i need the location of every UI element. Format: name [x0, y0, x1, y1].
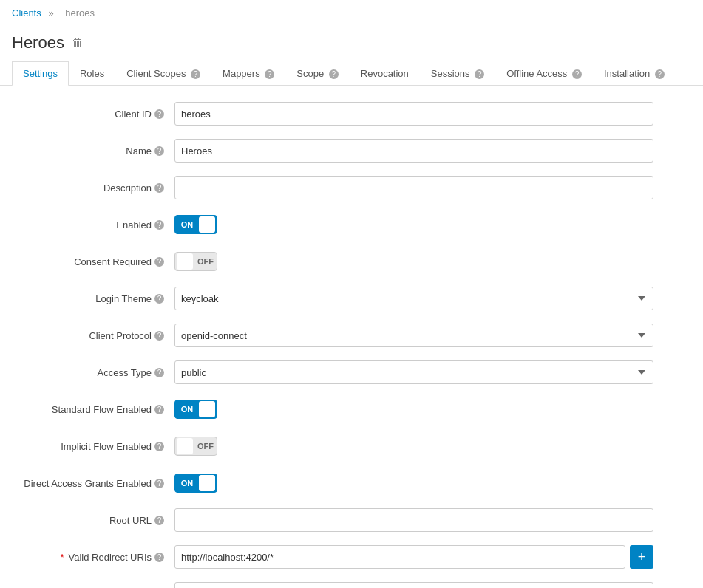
direct-access-knob [199, 475, 215, 491]
direct-access-help-icon[interactable]: ? [154, 479, 164, 488]
implicit-flow-row: Implicit Flow Enabled ? OFF [12, 434, 653, 459]
valid-redirect-help-icon[interactable]: ? [154, 553, 164, 562]
enabled-label: Enabled [116, 219, 152, 230]
client-protocol-select[interactable]: openid-connect saml [174, 324, 653, 347]
direct-access-row: Direct Access Grants Enabled ? ON [12, 471, 653, 496]
root-url-row: Root URL ? [12, 507, 653, 533]
direct-access-toggle[interactable]: ON [174, 474, 217, 493]
consent-required-row: Consent Required ? OFF [12, 249, 653, 274]
standard-flow-row: Standard Flow Enabled ? ON [12, 397, 653, 422]
tab-client-scopes[interactable]: Client Scopes ? [115, 61, 211, 86]
direct-access-label: Direct Access Grants Enabled [24, 478, 152, 489]
page-header: Heroes 🗑 [0, 26, 703, 52]
standard-flow-label: Standard Flow Enabled [52, 404, 152, 415]
base-url-input[interactable] [174, 582, 653, 588]
description-label: Description [103, 182, 152, 194]
valid-redirect-input[interactable] [174, 545, 625, 569]
login-theme-label: Login Theme [95, 293, 152, 304]
tab-settings[interactable]: Settings [12, 61, 69, 86]
tabs-container: Settings Roles Client Scopes ? Mappers ?… [0, 61, 703, 86]
root-url-input[interactable] [174, 508, 653, 532]
implicit-flow-help-icon[interactable]: ? [154, 442, 164, 451]
enabled-toggle-on-label: ON [175, 220, 199, 229]
scope-help-icon: ? [329, 69, 339, 79]
description-row: Description ? [12, 175, 653, 200]
login-theme-row: Login Theme ? keycloak base rh-sso [12, 286, 653, 311]
name-help-icon[interactable]: ? [154, 146, 164, 156]
client-id-help-icon[interactable]: ? [154, 109, 164, 119]
client-protocol-row: Client Protocol ? openid-connect saml [12, 323, 653, 348]
enabled-toggle-knob [199, 216, 215, 233]
breadcrumb-parent-link[interactable]: Clients [12, 7, 41, 18]
installation-help-icon: ? [655, 69, 665, 79]
tab-mappers[interactable]: Mappers ? [211, 61, 285, 86]
enabled-help-icon[interactable]: ? [154, 220, 164, 230]
direct-access-on-label: ON [175, 479, 199, 488]
implicit-flow-off-label: OFF [193, 442, 217, 451]
name-label: Name [126, 146, 152, 157]
root-url-label: Root URL [109, 515, 152, 526]
login-theme-select[interactable]: keycloak base rh-sso [174, 287, 653, 310]
access-type-help-icon[interactable]: ? [154, 368, 164, 377]
description-help-icon[interactable]: ? [154, 183, 164, 193]
consent-required-help-icon[interactable]: ? [154, 257, 164, 267]
tab-revocation[interactable]: Revocation [350, 61, 420, 86]
description-input[interactable] [174, 176, 653, 199]
breadcrumb-separator: » [48, 7, 53, 18]
access-type-select[interactable]: public confidential bearer-only [174, 360, 653, 384]
consent-toggle-knob [177, 253, 193, 270]
client-id-label: Client ID [115, 109, 152, 120]
tab-sessions[interactable]: Sessions ? [420, 61, 495, 86]
settings-form: Client ID ? Name ? Description ? Enabled… [0, 86, 665, 588]
page-title: Heroes [12, 33, 64, 52]
access-type-label: Access Type [98, 367, 152, 378]
consent-required-toggle[interactable]: OFF [174, 252, 217, 271]
implicit-flow-label: Implicit Flow Enabled [61, 441, 152, 452]
tab-installation[interactable]: Installation ? [593, 61, 676, 86]
name-row: Name ? [12, 138, 653, 163]
name-input[interactable] [174, 139, 653, 163]
valid-redirect-required-star: * [60, 552, 64, 563]
breadcrumb: Clients » heroes [0, 0, 703, 26]
standard-flow-toggle[interactable]: ON [174, 400, 217, 419]
offline-access-help-icon: ? [572, 69, 582, 79]
implicit-flow-toggle[interactable]: OFF [174, 437, 217, 456]
valid-redirect-label: Valid Redirect URIs [69, 552, 152, 563]
tab-offline-access[interactable]: Offline Access ? [495, 61, 593, 86]
client-scopes-help-icon: ? [191, 69, 200, 79]
base-url-row: Base URL ? [12, 581, 653, 588]
mappers-help-icon: ? [265, 69, 274, 79]
client-id-input[interactable] [174, 102, 653, 126]
breadcrumb-current: heroes [65, 7, 95, 18]
enabled-toggle[interactable]: ON [174, 215, 217, 234]
root-url-help-icon[interactable]: ? [154, 516, 164, 525]
sessions-help-icon: ? [475, 69, 484, 79]
tab-scope[interactable]: Scope ? [285, 61, 350, 86]
standard-flow-on-label: ON [175, 405, 199, 414]
client-protocol-label: Client Protocol [89, 330, 152, 341]
valid-redirect-row: * Valid Redirect URIs ? + [12, 544, 653, 570]
tab-roles[interactable]: Roles [69, 61, 115, 86]
standard-flow-knob [199, 401, 215, 417]
add-redirect-uri-button[interactable]: + [630, 545, 653, 569]
consent-toggle-off-label: OFF [193, 257, 217, 266]
enabled-row: Enabled ? ON [12, 212, 653, 237]
client-id-row: Client ID ? [12, 101, 653, 126]
delete-client-button[interactable]: 🗑 [72, 36, 84, 49]
standard-flow-help-icon[interactable]: ? [154, 405, 164, 414]
implicit-flow-knob [177, 438, 193, 454]
access-type-row: Access Type ? public confidential bearer… [12, 360, 653, 385]
client-protocol-help-icon[interactable]: ? [154, 331, 164, 341]
consent-required-label: Consent Required [74, 256, 152, 267]
login-theme-help-icon[interactable]: ? [154, 294, 164, 304]
